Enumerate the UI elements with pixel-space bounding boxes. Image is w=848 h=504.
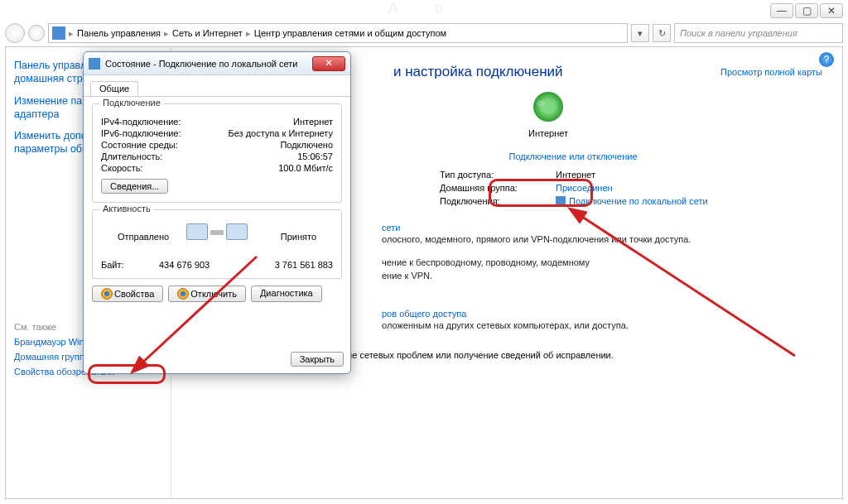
chevron-right-icon: ▸	[164, 28, 169, 39]
access-type-value: Интернет	[556, 170, 595, 180]
connection-link[interactable]: Подключение по локальной сети	[556, 196, 708, 206]
control-panel-icon	[52, 26, 65, 40]
view-map-link[interactable]: Просмотр полной карты	[720, 67, 822, 77]
gear-icon	[101, 288, 113, 300]
row-label: IPv4-подключение:	[101, 117, 209, 127]
row-value: Подключено	[209, 140, 333, 150]
breadcrumb-item[interactable]: Панель управления	[77, 28, 161, 38]
dialog-tabs: Общие	[84, 75, 350, 97]
background-artifact: A b	[0, 0, 848, 15]
internet-icon	[533, 92, 563, 122]
row-label: IPv6-подключение:	[101, 128, 209, 138]
maximize-button[interactable]: ▢	[795, 3, 818, 18]
sent-label: Отправлено	[118, 232, 169, 242]
chevron-right-icon: ▸	[69, 28, 74, 39]
properties-button[interactable]: Свойства	[92, 286, 163, 302]
gear-icon	[177, 288, 189, 300]
tab-general[interactable]: Общие	[90, 81, 138, 96]
dialog-title-text: Состояние - Подключение по локальной сет…	[105, 59, 307, 69]
row-label: Скорость:	[101, 163, 209, 173]
group-legend: Подключение	[99, 98, 164, 108]
disable-button[interactable]: Отключить	[168, 286, 246, 302]
network-info: Тип доступа: Интернет Домашняя группа: П…	[440, 168, 812, 208]
section-desc: ение к VPN.	[382, 271, 822, 281]
row-value: Интернет	[209, 117, 333, 127]
bytes-received: 3 761 561 883	[246, 260, 333, 270]
bytes-sent: 434 676 903	[159, 260, 246, 270]
homegroup-link[interactable]: Присоединен	[556, 183, 613, 193]
row-label: Длительность:	[101, 151, 209, 161]
row-value: 100.0 Мбит/с	[209, 163, 333, 173]
section-heading: ров общего доступа	[382, 309, 822, 319]
section-desc: оложенным на других сетевых компьютерах,…	[382, 320, 822, 330]
section-desc: олосного, модемного, прямого или VPN-под…	[382, 234, 822, 244]
nic-icon	[89, 58, 100, 70]
dialog-titlebar[interactable]: Состояние - Подключение по локальной сет…	[84, 52, 350, 75]
nav-bar: ▸ Панель управления ▸ Сеть и Интернет ▸ …	[5, 22, 843, 45]
section-desc: чение к беспроводному, проводному, модем…	[382, 257, 822, 267]
close-dialog-button[interactable]: Закрыть	[291, 352, 344, 367]
close-button[interactable]: ✕	[820, 3, 843, 18]
page-title: и настройка подключений	[393, 64, 563, 80]
search-input[interactable]: Поиск в панели управления	[674, 23, 843, 43]
breadcrumb-item[interactable]: Сеть и Интернет	[172, 28, 243, 38]
dialog-close-button[interactable]: ✕	[312, 56, 345, 71]
connection-link-text: Подключение по локальной сети	[569, 196, 708, 206]
breadcrumb[interactable]: ▸ Панель управления ▸ Сеть и Интернет ▸ …	[48, 23, 628, 43]
refresh-button[interactable]: ↻	[653, 24, 671, 42]
status-dialog: Состояние - Подключение по локальной сет…	[83, 51, 351, 374]
breadcrumb-item[interactable]: Центр управления сетями и общим доступом	[254, 28, 446, 38]
connection-group: Подключение IPv4-подключение:Интернет IP…	[92, 103, 342, 203]
homegroup-label: Домашняя группа:	[440, 183, 556, 193]
activity-icon	[186, 223, 248, 242]
internet-label: Интернет	[274, 128, 822, 138]
dropdown-button[interactable]: ▾	[631, 24, 649, 42]
forward-button[interactable]	[28, 25, 45, 41]
section-connect-title: Подключение или отключение	[324, 151, 822, 161]
diagnose-button[interactable]: Диагностика	[251, 286, 322, 302]
nic-icon	[556, 196, 566, 206]
section-heading: сети	[382, 223, 822, 233]
minimize-button[interactable]: —	[770, 3, 793, 18]
activity-group: Активность Отправлено Принято Байт: 434 …	[92, 209, 342, 279]
access-type-label: Тип доступа:	[440, 170, 556, 180]
group-legend: Активность	[99, 204, 154, 214]
back-button[interactable]	[5, 23, 25, 43]
details-button[interactable]: Сведения...	[101, 179, 168, 194]
disable-label: Отключить	[190, 289, 237, 299]
properties-label: Свойства	[114, 289, 154, 299]
row-value: Без доступа к Интернету	[209, 128, 333, 138]
chevron-right-icon: ▸	[246, 28, 251, 39]
row-value: 15:06:57	[209, 151, 333, 161]
window-controls: — ▢ ✕	[770, 3, 843, 18]
bytes-label: Байт:	[101, 260, 159, 270]
connections-label: Подключения:	[440, 196, 556, 206]
received-label: Принято	[281, 232, 316, 242]
row-label: Состояние среды:	[101, 140, 209, 150]
